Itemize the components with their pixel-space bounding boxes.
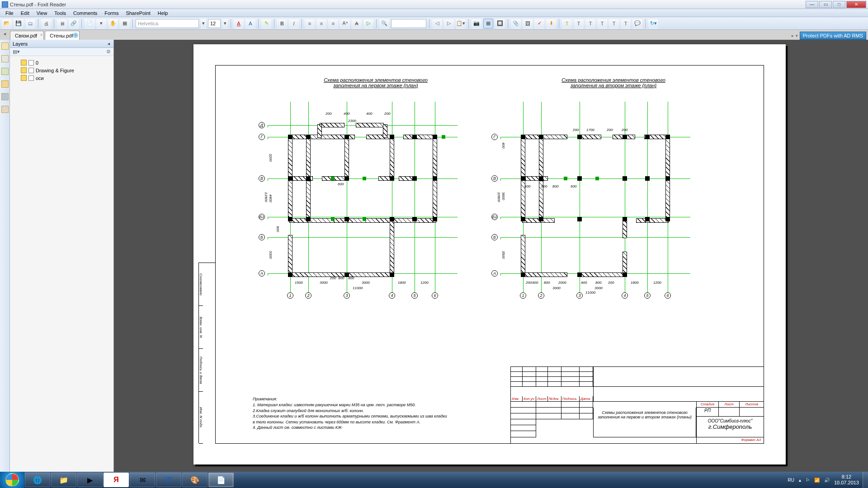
hand-tool-icon[interactable]: ✋ <box>108 19 118 28</box>
flag-icon[interactable]: ⚐ <box>806 478 810 483</box>
snapshot-icon[interactable]: 📷 <box>472 19 481 28</box>
minimize-button[interactable]: — <box>806 1 818 8</box>
layer-settings-icon[interactable]: ⚙ <box>106 49 111 55</box>
menu-sharepoint[interactable]: SharePoint <box>122 10 154 16</box>
taskbar-foxit[interactable]: 📄 <box>208 473 234 487</box>
eye-icon[interactable] <box>21 60 27 66</box>
find-icon[interactable]: 🔍 <box>379 19 389 28</box>
taskbar-yandex[interactable]: Я <box>104 473 129 487</box>
t5-icon[interactable]: T <box>609 19 619 28</box>
close-icon[interactable]: × <box>73 33 78 38</box>
superscript-icon[interactable]: Aᵃ <box>340 19 350 28</box>
taskbar-mail[interactable]: ✉ <box>130 473 155 487</box>
stamp-icon[interactable]: ✓ <box>534 19 544 28</box>
link-icon[interactable]: 🔗 <box>69 19 79 28</box>
document-tabs: Связи.pdf× Стены.pdf× ▸ ▾ Protect PDFs w… <box>0 30 868 40</box>
email-icon[interactable]: 🖥 <box>57 19 67 28</box>
start-button[interactable] <box>0 472 24 488</box>
print-icon[interactable]: 🖨 <box>41 19 51 28</box>
highlight-icon[interactable]: ✎ <box>261 19 271 28</box>
align-center-icon[interactable]: ≡ <box>316 19 326 28</box>
doc-icon[interactable]: 📋▾ <box>456 19 466 28</box>
next-icon[interactable]: ▷ <box>444 19 454 28</box>
layers-panel-title: Layers <box>13 41 28 47</box>
strikethrough-icon[interactable]: A <box>352 19 362 28</box>
tab-svyazi[interactable]: Связи.pdf× <box>10 31 44 40</box>
taskbar-explorer[interactable]: 📁 <box>51 473 76 487</box>
save-all-icon[interactable]: 🗂 <box>25 19 35 28</box>
t2-icon[interactable]: T <box>574 19 584 28</box>
layer-item-axes[interactable]: оси <box>18 74 113 82</box>
menu-comments[interactable]: Comments <box>70 10 101 16</box>
align-left-icon[interactable]: ≡ <box>305 19 315 28</box>
layer-item-0[interactable]: 0 <box>18 59 113 66</box>
note-icon[interactable]: 💬 <box>632 19 642 28</box>
loupe-icon[interactable]: 🔲 <box>495 19 505 28</box>
warning-icon[interactable]: ⬇ <box>546 19 556 28</box>
menu-help[interactable]: Help <box>154 10 172 16</box>
menu-view[interactable]: View <box>33 10 51 16</box>
bold-icon[interactable]: B <box>277 19 287 28</box>
layer-tools-icon[interactable]: ▤▾ <box>13 49 20 55</box>
text-color2-icon[interactable]: A <box>245 19 255 28</box>
close-button[interactable]: ✕ <box>846 1 866 8</box>
layer-item-drawing[interactable]: Drawing & Figure <box>18 66 113 74</box>
restore-button[interactable]: ▭ <box>819 1 832 8</box>
menu-edit[interactable]: Edit <box>17 10 33 16</box>
text-color-icon[interactable]: A <box>234 19 244 28</box>
tray-arrow-icon[interactable]: ▴ <box>799 478 801 483</box>
menu-file[interactable]: File <box>2 10 17 16</box>
open-icon[interactable]: 📂 <box>2 19 12 28</box>
language-indicator[interactable]: RU <box>788 478 794 483</box>
refresh-icon[interactable]: ↻▾ <box>648 19 658 28</box>
network-icon[interactable]: 📶 <box>814 478 820 483</box>
signatures-icon[interactable] <box>1 106 9 113</box>
t6-icon[interactable]: T <box>621 19 631 28</box>
drawing-frame: Схема расположения элементов стеновогоза… <box>215 65 764 444</box>
comments-icon[interactable] <box>1 80 9 88</box>
maximize-button[interactable]: □ <box>833 1 845 8</box>
taskbar-wmp[interactable]: ▶ <box>77 473 103 487</box>
play-icon[interactable]: ▷ <box>363 19 373 28</box>
eye-icon[interactable] <box>21 67 27 73</box>
bookmarks-icon[interactable] <box>1 42 9 50</box>
close-icon[interactable]: × <box>40 33 42 37</box>
system-clock[interactable]: 8:12 10.07.2013 <box>834 474 859 486</box>
font-dropdown-icon[interactable]: ▾ <box>201 19 206 28</box>
tab-steny[interactable]: Стены.pdf× <box>45 31 80 40</box>
pages-icon[interactable] <box>1 55 9 62</box>
image-icon[interactable]: 🖼 <box>523 19 533 28</box>
save-icon[interactable]: 💾 <box>14 19 24 28</box>
search-input[interactable] <box>391 19 426 28</box>
protect-rms-button[interactable]: Protect PDFs with AD RMS <box>800 32 866 40</box>
volume-icon[interactable]: 🔊 <box>824 478 830 483</box>
dropdown-icon[interactable]: ▾ <box>96 19 106 28</box>
taskbar-paint[interactable]: 🎨 <box>182 473 208 487</box>
collapse-panel-icon[interactable]: ◄ <box>107 42 111 46</box>
attach-icon[interactable]: 📎 <box>511 19 521 28</box>
tab-menu-icon[interactable]: ▾ <box>796 33 798 38</box>
menu-forms[interactable]: Forms <box>101 10 122 16</box>
prev-icon[interactable]: ◁ <box>432 19 442 28</box>
attachments-icon[interactable] <box>1 93 9 100</box>
taskbar-ie[interactable]: 🌐 <box>25 473 50 487</box>
marquee-icon[interactable]: ▦ <box>483 19 493 28</box>
t3-icon[interactable]: T <box>585 19 595 28</box>
system-tray: RU ▴ ⚐ 📶 🔊 8:12 10.07.2013 <box>784 474 863 486</box>
show-desktop-button[interactable] <box>863 472 868 488</box>
t1-icon[interactable]: T <box>562 19 572 28</box>
eye-icon[interactable] <box>21 75 27 81</box>
align-right-icon[interactable]: ≡ <box>328 19 338 28</box>
layers-icon[interactable] <box>1 68 9 75</box>
taskbar-word[interactable]: W <box>156 473 181 487</box>
font-size-input[interactable]: 12 <box>208 19 221 28</box>
tab-nav-icon[interactable]: ▸ <box>792 33 794 38</box>
italic-icon[interactable]: I <box>289 19 299 28</box>
select-tool-icon[interactable]: ▦ <box>120 19 130 28</box>
page-icon[interactable]: 📄 <box>85 19 94 28</box>
font-select[interactable]: Helvetica <box>136 19 199 28</box>
menu-tools[interactable]: Tools <box>51 10 70 16</box>
size-dropdown-icon[interactable]: ▾ <box>222 19 228 28</box>
t4-icon[interactable]: T <box>597 19 607 28</box>
document-viewer[interactable]: Схема расположения элементов стеновогоза… <box>114 40 868 474</box>
